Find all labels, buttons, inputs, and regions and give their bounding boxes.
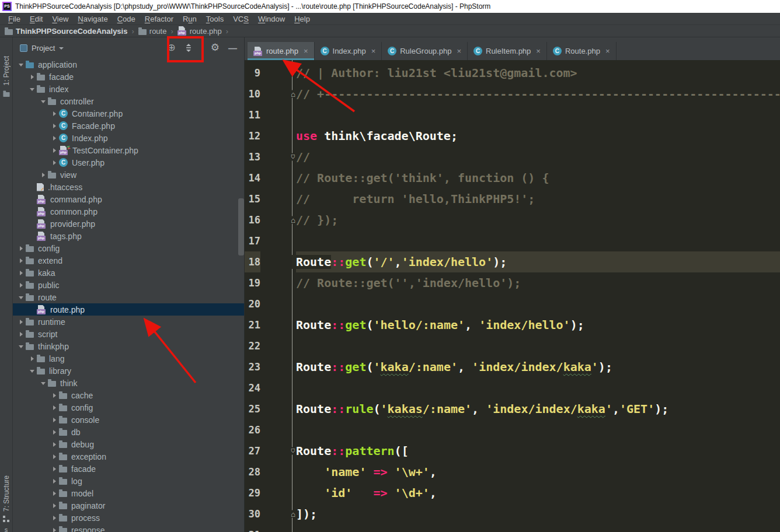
chevron-collapsed-icon[interactable] [50,503,59,508]
chevron-collapsed-icon[interactable] [50,405,59,410]
tree-item-log[interactable]: log [13,475,244,487]
chevron-collapsed-icon[interactable] [50,430,59,435]
tree-item-response[interactable]: response [13,524,244,532]
tab-route-php[interactable]: phproute.php× [248,42,315,60]
chevron-down-icon[interactable] [59,47,64,50]
tree-item-exception[interactable]: exception [13,450,244,463]
code-line-21[interactable]: Route::get('hello/:name', 'index/hello')… [292,314,780,335]
code-line-27[interactable]: Route::pattern([ [292,440,780,461]
hide-panel-icon[interactable]: — [228,43,237,53]
tree-item-facade-php[interactable]: CFacade.php [13,120,244,132]
breadcrumb-item[interactable]: ThinkPHPSourceCodeAnalysis [5,27,127,36]
tree-item-config[interactable]: config [13,401,244,414]
tree-item-container-php[interactable]: CContainer.php [13,107,244,120]
collapse-all-icon[interactable] [184,44,193,52]
tree-item-index-php[interactable]: CIndex.php [13,132,244,144]
close-icon[interactable]: × [304,47,308,55]
code-line-30[interactable]: ]); [292,503,780,524]
chevron-collapsed-icon[interactable] [16,283,26,288]
menu-tools[interactable]: Tools [201,15,228,23]
tab-route-php[interactable]: CRoute.php× [547,42,617,60]
code-line-24[interactable] [292,377,780,398]
code-line-25[interactable]: Route::rule('kakas/:name', 'index/index/… [292,398,780,419]
code-line-12[interactable]: use think\facade\Route; [292,125,780,146]
fold-start-icon[interactable]: ⌂ [291,447,295,455]
tree-item-cache[interactable]: cache [13,389,244,401]
chevron-collapsed-icon[interactable] [27,356,37,361]
tree-item-kaka[interactable]: kaka [13,267,244,279]
code-line-17[interactable] [292,230,780,251]
code-line-10[interactable]: // +------------------------------------… [292,83,780,104]
tree-item-common-php[interactable]: phpcommon.php [13,205,244,218]
tree-item-model[interactable]: model [13,487,244,499]
settings-icon[interactable]: ⚙ [211,43,220,52]
fold-end-icon[interactable]: ⌂ [291,510,295,518]
tree-item-controller[interactable]: controller [13,95,244,107]
tree-item-extend[interactable]: extend [13,254,244,267]
fold-start-icon[interactable]: ⌂ [291,153,295,161]
tree-item-console[interactable]: console [13,414,244,426]
menu-navigate[interactable]: Navigate [73,15,112,23]
chevron-collapsed-icon[interactable] [50,454,59,459]
tree-item-application[interactable]: application [13,58,244,71]
tree-item--htaccess[interactable]: ~.htaccess [13,181,244,193]
menu-view[interactable]: View [47,15,73,23]
menu-refactor[interactable]: Refactor [140,15,178,23]
chevron-collapsed-icon[interactable] [16,271,26,275]
code-editor[interactable]: 9// | Author: liu21st <liu21st@gmail.com… [245,60,780,532]
code-line-20[interactable] [292,293,780,314]
tree-item-lang[interactable]: lang [13,352,244,365]
code-line-22[interactable] [292,335,780,356]
project-scrollbar[interactable] [238,198,244,256]
menu-window[interactable]: Window [253,15,290,23]
chevron-collapsed-icon[interactable] [27,75,37,79]
tree-item-command-php[interactable]: phpcommand.php [13,193,244,205]
chevron-expanded-icon[interactable] [16,62,26,66]
chevron-collapsed-icon[interactable] [50,148,59,153]
chevron-collapsed-icon[interactable] [50,124,59,128]
chevron-collapsed-icon[interactable] [50,393,59,398]
chevron-collapsed-icon[interactable] [39,173,48,177]
tree-item-route-php[interactable]: phproute.php [13,303,244,316]
select-opened-file-icon[interactable]: ⊕ [168,43,176,52]
chevron-collapsed-icon[interactable] [16,332,26,337]
code-line-18[interactable]: Route::get('/','index/hello'); [292,251,780,272]
tree-item-process[interactable]: process [13,512,244,524]
tree-item-thinkphp[interactable]: thinkphp [13,340,244,352]
close-icon[interactable]: × [457,47,461,55]
tab-index-php[interactable]: CIndex.php× [315,42,382,60]
tree-item-tags-php[interactable]: phptags.php [13,230,244,242]
chevron-expanded-icon[interactable] [39,381,48,385]
fold-end-icon[interactable]: ⌂ [291,216,295,224]
code-line-31[interactable] [292,524,780,532]
breadcrumb-item[interactable]: route [138,27,167,36]
tree-item-config[interactable]: config [13,242,244,254]
menu-file[interactable]: File [4,15,25,23]
tree-item-index[interactable]: index [13,83,244,95]
close-icon[interactable]: × [536,47,541,55]
chevron-collapsed-icon[interactable] [50,516,59,520]
chevron-collapsed-icon[interactable] [16,258,26,263]
tool-stripe-structure-button[interactable]: 7: Structure s [2,475,11,532]
tree-item-db[interactable]: db [13,426,244,438]
chevron-collapsed-icon[interactable] [50,418,59,422]
chevron-expanded-icon[interactable] [16,344,26,348]
chevron-expanded-icon[interactable] [39,99,48,103]
tree-item-facade[interactable]: facade [13,71,244,83]
chevron-collapsed-icon[interactable] [50,491,59,496]
tree-item-testcontainer-php[interactable]: phpTestContainer.php [13,144,244,156]
menu-help[interactable]: Help [290,15,315,23]
tree-item-runtime[interactable]: runtime [13,316,244,328]
project-panel-title[interactable]: Project [32,44,55,52]
menu-vcs[interactable]: VCS [228,15,253,23]
code-line-16[interactable]: // }); [292,209,780,230]
tree-item-library[interactable]: library [13,365,244,377]
menu-code[interactable]: Code [113,15,140,23]
tree-item-facade[interactable]: facade [13,463,244,475]
menu-run[interactable]: Run [178,15,201,23]
code-line-19[interactable]: // Route::get('','index/hello'); [292,272,780,293]
tree-item-provider-php[interactable]: phpprovider.php [13,218,244,230]
tab-ruleitem-php[interactable]: CRuleItem.php× [468,42,547,60]
chevron-expanded-icon[interactable] [27,369,37,373]
chevron-collapsed-icon[interactable] [50,136,59,141]
